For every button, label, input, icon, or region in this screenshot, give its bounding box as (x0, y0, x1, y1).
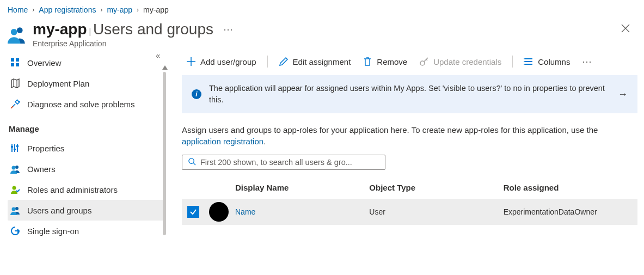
svg-rect-3 (16, 58, 19, 62)
chevron-right-icon: › (100, 6, 102, 14)
owners-icon (10, 163, 21, 174)
svg-rect-6 (11, 144, 13, 152)
sidebar-item-owners[interactable]: Owners (8, 158, 163, 179)
avatar (209, 202, 229, 222)
svg-rect-7 (14, 144, 15, 152)
sidebar-item-roles[interactable]: Roles and administrators (8, 179, 163, 200)
sidebar-item-label: Properties (27, 144, 64, 153)
cell-role-assigned: ExperimentationDataOwner (504, 207, 637, 216)
svg-rect-5 (16, 63, 19, 66)
column-object-type[interactable]: Object Type (369, 183, 503, 192)
sidebar: « Overview Deployment Plan Diagnose and … (0, 50, 163, 265)
enterprise-app-icon (8, 25, 26, 44)
info-banner-text: The application will appear for assigned… (209, 83, 610, 106)
svg-rect-10 (14, 149, 16, 150)
breadcrumb-app-registrations[interactable]: App registrations (39, 5, 96, 14)
sidebar-item-label: Users and groups (27, 206, 91, 215)
svg-rect-2 (11, 58, 14, 62)
users-groups-icon (10, 205, 21, 216)
svg-point-12 (15, 166, 19, 169)
breadcrumb: Home › App registrations › my-app › my-a… (0, 0, 644, 17)
more-actions-button[interactable]: ⋯ (223, 23, 234, 35)
sso-icon (10, 225, 21, 236)
banner-dismiss-arrow[interactable]: → (618, 89, 628, 100)
close-button[interactable] (617, 21, 634, 38)
breadcrumb-my-app[interactable]: my-app (107, 5, 132, 14)
plus-icon (186, 57, 196, 66)
svg-point-1 (11, 29, 17, 35)
svg-point-18 (524, 58, 525, 59)
app-registration-link[interactable]: application registration (182, 137, 263, 146)
cell-display-name[interactable]: Name (235, 207, 369, 216)
column-display-name[interactable]: Display Name (235, 183, 369, 192)
sidebar-item-sso[interactable]: Single sign-on (8, 221, 163, 241)
breadcrumb-home[interactable]: Home (8, 5, 28, 14)
info-banner: i The application will appear for assign… (182, 75, 637, 113)
svg-point-16 (12, 207, 16, 211)
grid-icon (10, 57, 21, 68)
chevron-right-icon: › (137, 6, 139, 14)
sidebar-section-manage: Manage (8, 114, 163, 138)
add-user-group-button[interactable]: Add user/group (182, 54, 261, 69)
svg-point-0 (17, 27, 23, 33)
wrench-icon (10, 99, 21, 109)
svg-point-13 (12, 166, 16, 170)
sidebar-item-label: Deployment Plan (27, 79, 89, 88)
remove-button[interactable]: Remove (358, 54, 412, 69)
cell-object-type: User (369, 207, 503, 216)
table-row[interactable]: Name User ExperimentationDataOwner (182, 199, 637, 225)
pencil-icon (279, 57, 289, 66)
search-icon (188, 157, 196, 167)
svg-rect-11 (16, 145, 19, 147)
svg-rect-9 (11, 146, 13, 148)
sidebar-item-label: Owners (27, 164, 56, 174)
map-icon (10, 78, 21, 89)
toolbar-divider (512, 56, 513, 68)
sidebar-item-label: Overview (27, 58, 62, 68)
sidebar-item-label: Roles and administrators (27, 185, 118, 194)
columns-icon (524, 57, 533, 66)
svg-point-19 (524, 61, 525, 62)
chevron-right-icon: › (32, 6, 34, 14)
sidebar-item-properties[interactable]: Properties (8, 138, 163, 158)
scrollbar[interactable] (162, 65, 166, 240)
sidebar-item-label: Single sign-on (27, 227, 79, 236)
search-input[interactable] (200, 158, 379, 167)
sidebar-item-diagnose[interactable]: Diagnose and solve problems (8, 94, 163, 114)
page-subtitle: Enterprise Application (33, 39, 617, 48)
columns-button[interactable]: Columns (519, 54, 574, 69)
svg-point-20 (524, 64, 525, 65)
properties-icon (10, 143, 21, 154)
edit-assignment-button[interactable]: Edit assignment (274, 54, 355, 69)
page-title: my-app | Users and groups (33, 21, 213, 38)
table-header-row: Display Name Object Type Role assigned (182, 180, 637, 199)
search-box[interactable] (182, 155, 385, 170)
main-content: Add user/group Edit assignment Remove Up (163, 50, 644, 265)
svg-point-21 (189, 158, 194, 163)
sidebar-item-deployment-plan[interactable]: Deployment Plan (8, 73, 163, 94)
row-checkbox[interactable] (187, 206, 199, 218)
column-role-assigned[interactable]: Role assigned (504, 183, 637, 192)
toolbar: Add user/group Edit assignment Remove Up (182, 50, 637, 75)
users-table: Display Name Object Type Role assigned N… (182, 180, 637, 225)
toolbar-more-button[interactable]: ⋯ (582, 56, 593, 68)
key-icon (419, 57, 429, 66)
breadcrumb-current[interactable]: my-app (143, 5, 169, 14)
page-header: my-app | Users and groups ⋯ Enterprise A… (0, 17, 644, 50)
info-icon: i (192, 89, 201, 99)
trash-icon (363, 57, 372, 66)
svg-point-14 (13, 186, 16, 190)
svg-point-17 (420, 61, 425, 65)
collapse-sidebar-button[interactable]: « (156, 51, 160, 60)
description-text: Assign users and groups to app-roles for… (182, 113, 637, 151)
update-credentials-button: Update credentials (415, 54, 506, 69)
svg-rect-4 (11, 63, 14, 66)
sidebar-item-label: Diagnose and solve problems (27, 100, 135, 109)
sidebar-item-overview[interactable]: Overview (8, 52, 163, 73)
svg-point-15 (15, 207, 19, 210)
sidebar-item-users-groups[interactable]: Users and groups (8, 200, 163, 221)
roles-icon (10, 184, 21, 195)
toolbar-divider (267, 56, 268, 68)
